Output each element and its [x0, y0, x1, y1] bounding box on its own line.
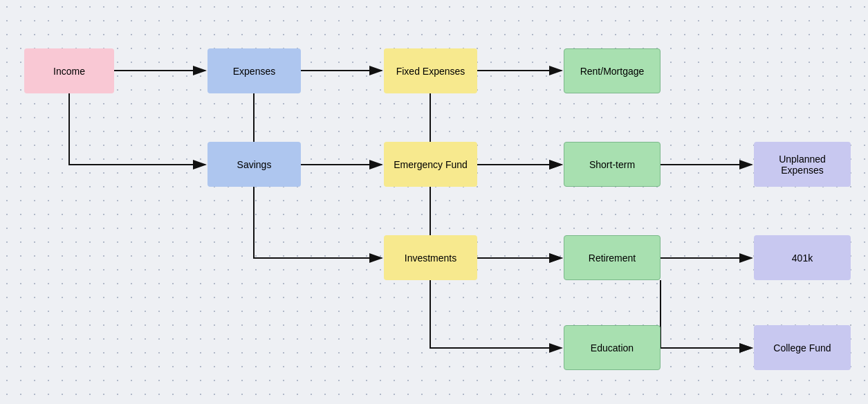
short-term-label: Short-term: [589, 159, 635, 170]
emergency-fund-label: Emergency Fund: [394, 159, 468, 170]
unplanned-expenses-node: Unplanned Expenses: [754, 142, 851, 187]
savings-node: Savings: [207, 142, 301, 187]
education-node: Education: [564, 325, 661, 370]
rent-mortgage-label: Rent/Mortgage: [580, 66, 645, 77]
retirement-node: Retirement: [564, 235, 661, 280]
rent-mortgage-node: Rent/Mortgage: [564, 48, 661, 93]
income-label: Income: [53, 66, 85, 77]
education-label: Education: [591, 342, 634, 354]
college-fund-node: College Fund: [754, 325, 851, 370]
investments-node: Investments: [384, 235, 477, 280]
expenses-label: Expenses: [233, 66, 275, 77]
expenses-node: Expenses: [207, 48, 301, 93]
401k-node: 401k: [754, 235, 851, 280]
fixed-expenses-label: Fixed Expenses: [396, 66, 465, 77]
retirement-label: Retirement: [589, 252, 636, 264]
short-term-node: Short-term: [564, 142, 661, 187]
401k-label: 401k: [792, 252, 813, 264]
emergency-fund-node: Emergency Fund: [384, 142, 477, 187]
investments-label: Investments: [405, 252, 456, 264]
savings-label: Savings: [237, 159, 272, 170]
income-node: Income: [24, 48, 114, 93]
fixed-expenses-node: Fixed Expenses: [384, 48, 477, 93]
unplanned-expenses-label: Unplanned Expenses: [759, 154, 845, 176]
college-fund-label: College Fund: [773, 342, 831, 354]
